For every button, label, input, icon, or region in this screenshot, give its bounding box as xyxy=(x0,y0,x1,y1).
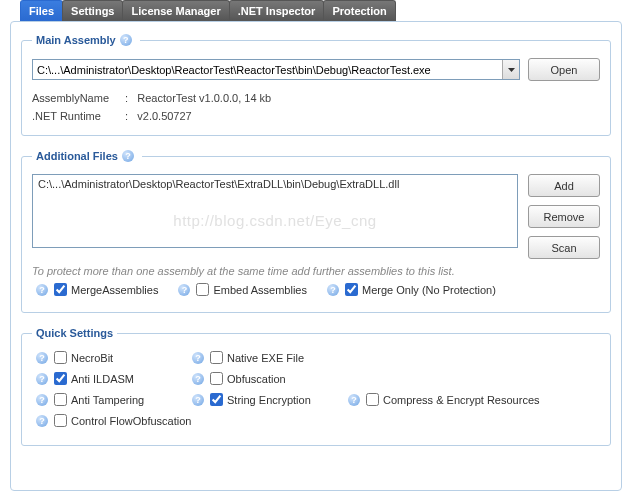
remove-button[interactable]: Remove xyxy=(528,205,600,228)
native-exe-checkbox[interactable]: ? Native EXE File xyxy=(188,351,328,364)
embed-assemblies-label: Embed Assemblies xyxy=(213,284,307,296)
anti-ildasm-label: Anti ILDASM xyxy=(71,373,134,385)
svg-marker-0 xyxy=(508,68,515,72)
scan-button[interactable]: Scan xyxy=(528,236,600,259)
tab-settings[interactable]: Settings xyxy=(62,0,123,21)
compress-encrypt-input[interactable] xyxy=(366,393,379,406)
native-exe-input[interactable] xyxy=(210,351,223,364)
compress-encrypt-label: Compress & Encrypt Resources xyxy=(383,394,540,406)
help-icon[interactable]: ? xyxy=(36,284,48,296)
quick-settings-group: Quick Settings ? NecroBit ? Native EXE F… xyxy=(21,327,611,446)
embed-assemblies-input[interactable] xyxy=(196,283,209,296)
help-icon[interactable]: ? xyxy=(192,352,204,364)
merge-only-input[interactable] xyxy=(345,283,358,296)
help-icon[interactable]: ? xyxy=(120,34,132,46)
anti-tampering-checkbox[interactable]: ? Anti Tampering xyxy=(32,393,172,406)
embed-assemblies-checkbox[interactable]: ? Embed Assemblies xyxy=(174,283,307,296)
additional-files-legend: Additional Files xyxy=(36,150,118,162)
anti-tampering-label: Anti Tampering xyxy=(71,394,144,406)
string-encryption-input[interactable] xyxy=(210,393,223,406)
obfuscation-label: Obfuscation xyxy=(227,373,286,385)
obfuscation-input[interactable] xyxy=(210,372,223,385)
control-flow-checkbox[interactable]: ? Control FlowObfuscation xyxy=(32,414,191,427)
help-icon[interactable]: ? xyxy=(36,373,48,385)
merge-assemblies-checkbox[interactable]: ? MergeAssemblies xyxy=(32,283,158,296)
list-item[interactable]: C:\...\Administrator\Desktop\ReactorTest… xyxy=(38,178,512,190)
control-flow-input[interactable] xyxy=(54,414,67,427)
quick-settings-legend: Quick Settings xyxy=(36,327,113,339)
main-assembly-path-input[interactable] xyxy=(33,60,502,79)
help-icon[interactable]: ? xyxy=(36,415,48,427)
merge-assemblies-input[interactable] xyxy=(54,283,67,296)
main-assembly-legend: Main Assembly xyxy=(36,34,116,46)
necrobit-label: NecroBit xyxy=(71,352,113,364)
anti-ildasm-checkbox[interactable]: ? Anti ILDASM xyxy=(32,372,172,385)
add-button[interactable]: Add xyxy=(528,174,600,197)
necrobit-checkbox[interactable]: ? NecroBit xyxy=(32,351,172,364)
native-exe-label: Native EXE File xyxy=(227,352,304,364)
help-icon[interactable]: ? xyxy=(178,284,190,296)
help-icon[interactable]: ? xyxy=(36,352,48,364)
string-encryption-checkbox[interactable]: ? String Encryption xyxy=(188,393,328,406)
files-panel: Main Assembly ? Open AssemblyName : Reac… xyxy=(10,21,622,491)
help-icon[interactable]: ? xyxy=(348,394,360,406)
control-flow-label: Control FlowObfuscation xyxy=(71,415,191,427)
obfuscation-checkbox[interactable]: ? Obfuscation xyxy=(188,372,328,385)
help-icon[interactable]: ? xyxy=(192,394,204,406)
net-runtime-label: .NET Runtime xyxy=(32,107,122,125)
help-icon[interactable]: ? xyxy=(36,394,48,406)
merge-only-label: Merge Only (No Protection) xyxy=(362,284,496,296)
string-encryption-label: String Encryption xyxy=(227,394,311,406)
tab-bar: Files Settings License Manager .NET Insp… xyxy=(20,0,622,21)
net-runtime-value: v2.0.50727 xyxy=(137,110,191,122)
tab-files[interactable]: Files xyxy=(20,0,63,21)
help-icon[interactable]: ? xyxy=(122,150,134,162)
watermark-text: http://blog.csdn.net/Eye_cng xyxy=(173,211,376,228)
tab-license-manager[interactable]: License Manager xyxy=(122,0,229,21)
compress-encrypt-checkbox[interactable]: ? Compress & Encrypt Resources xyxy=(344,393,540,406)
merge-only-checkbox[interactable]: ? Merge Only (No Protection) xyxy=(323,283,496,296)
main-assembly-combo[interactable] xyxy=(32,59,520,80)
additional-files-note: To protect more than one assembly at the… xyxy=(32,265,600,277)
anti-ildasm-input[interactable] xyxy=(54,372,67,385)
tab-protection[interactable]: Protection xyxy=(323,0,395,21)
help-icon[interactable]: ? xyxy=(327,284,339,296)
additional-files-group: Additional Files ? C:\...\Administrator\… xyxy=(21,150,611,313)
assembly-name-value: ReactorTest v1.0.0.0, 14 kb xyxy=(137,92,271,104)
anti-tampering-input[interactable] xyxy=(54,393,67,406)
open-button[interactable]: Open xyxy=(528,58,600,81)
tab-net-inspector[interactable]: .NET Inspector xyxy=(229,0,325,21)
merge-assemblies-label: MergeAssemblies xyxy=(71,284,158,296)
additional-files-list[interactable]: C:\...\Administrator\Desktop\ReactorTest… xyxy=(32,174,518,248)
main-assembly-group: Main Assembly ? Open AssemblyName : Reac… xyxy=(21,34,611,136)
necrobit-input[interactable] xyxy=(54,351,67,364)
chevron-down-icon[interactable] xyxy=(502,60,519,79)
help-icon[interactable]: ? xyxy=(192,373,204,385)
assembly-name-label: AssemblyName xyxy=(32,89,122,107)
